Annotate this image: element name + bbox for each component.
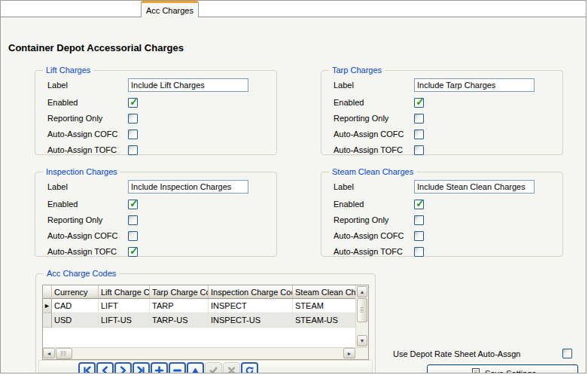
auto-assign-tofc-caption: Auto-Assign TOFC [334,145,414,154]
first-record-icon [82,366,92,374]
steam-enabled-checkbox[interactable] [414,200,424,209]
cell-steam-code[interactable]: STEAM-US [293,313,355,328]
nav-next-button[interactable] [114,362,132,373]
scroll-left-arrow-icon: ◄ [47,351,52,356]
label-field-caption: Label [334,81,414,90]
nav-last-button[interactable] [133,362,150,373]
use-depot-rate-sheet-checkbox[interactable] [562,349,572,358]
app-window: Acc Charges Container Depot Accessorial … [0,0,586,373]
post-edit-icon [209,366,218,374]
horizontal-scroll-thumb[interactable] [56,348,72,359]
current-row-indicator-cell: ► [43,299,52,313]
column-header-steam-clean-charge-code[interactable]: Steam Clean Char [293,285,355,299]
inspection-auto-assign-cofc-checkbox[interactable] [128,231,138,241]
tarp-auto-assign-tofc-checkbox[interactable] [414,145,424,155]
group-title: Steam Clean Charges [329,166,416,178]
refresh-records-icon [245,366,254,374]
cell-currency[interactable]: CAD [52,299,99,313]
group-lift-charges: Lift Charges Label Enabled Reporting Onl… [35,70,277,155]
lift-label-input[interactable] [128,78,248,92]
label-field-caption: Label [334,182,414,191]
cell-tarp-code[interactable]: TARP-US [150,313,209,328]
save-settings-button[interactable]: Save Settings [427,364,578,373]
inspection-reporting-only-checkbox[interactable] [128,215,138,225]
nav-post-button[interactable] [205,362,222,373]
enabled-caption: Enabled [334,200,414,209]
steam-reporting-only-checkbox[interactable] [414,215,424,225]
column-header-lift-charge-code[interactable]: Lift Charge Co [99,285,150,299]
nav-delete-button[interactable] [169,362,186,373]
last-record-icon [136,366,146,374]
scroll-left-button[interactable]: ◄ [43,348,55,358]
cell-tarp-code[interactable]: TARP [150,299,209,313]
save-settings-icon [469,367,481,374]
lift-auto-assign-cofc-checkbox[interactable] [128,130,138,139]
cancel-edit-icon [227,366,236,374]
tarp-reporting-only-checkbox[interactable] [414,114,424,123]
grid-table: Currency Lift Charge Co Tarp Charge Co I… [43,285,355,347]
steam-auto-assign-tofc-checkbox[interactable] [414,247,424,257]
nav-edit-button[interactable] [187,362,204,373]
scroll-down-button[interactable]: ▼ [357,335,367,346]
cell-inspection-code[interactable]: INSPECT-US [209,313,293,328]
column-header-tarp-charge-code[interactable]: Tarp Charge Co [150,285,209,299]
scroll-up-arrow-icon: ▲ [360,289,365,294]
auto-assign-cofc-caption: Auto-Assign COFC [334,231,414,240]
cell-steam-code[interactable]: STEAM [293,299,355,313]
label-field-caption: Label [47,182,128,191]
charge-codes-grid: Currency Lift Charge Co Tarp Charge Co I… [42,285,369,360]
nav-first-button[interactable] [78,362,96,373]
nav-cancel-button[interactable] [223,362,240,373]
column-header-inspection-charge-code[interactable]: Inspection Charge Cod [209,285,293,299]
auto-assign-cofc-caption: Auto-Assign COFC [47,231,128,240]
group-title: Inspection Charges [43,166,120,178]
steam-label-input[interactable] [414,180,535,194]
auto-assign-tofc-caption: Auto-Assign TOFC [334,247,414,256]
enabled-caption: Enabled [47,98,128,107]
grid-header-row: Currency Lift Charge Co Tarp Charge Co I… [43,285,355,299]
reporting-only-caption: Reporting Only [47,114,128,123]
vertical-scroll-thumb[interactable] [357,298,367,322]
tab-label: Acc Charges [146,6,193,15]
lift-reporting-only-checkbox[interactable] [128,114,138,123]
inspection-auto-assign-tofc-checkbox[interactable] [128,247,138,257]
group-tarp-charges: Tarp Charges Label Enabled Reporting Onl… [321,70,563,155]
auto-assign-cofc-caption: Auto-Assign COFC [47,130,128,139]
grid-horizontal-scrollbar[interactable]: ◄ ► [43,347,368,359]
nav-prior-button[interactable] [96,362,114,373]
use-depot-rate-sheet-label: Use Depot Rate Sheet Auto-Assgn [393,349,520,358]
cell-inspection-code[interactable]: INSPECT [209,299,293,313]
horizontal-scroll-track[interactable] [73,348,343,359]
row-indicator-cell [43,313,52,328]
tarp-enabled-checkbox[interactable] [414,98,424,108]
grid-row-usd[interactable]: USD LIFT-US TARP-US INSPECT-US STEAM-US [43,313,355,328]
tab-acc-charges[interactable]: Acc Charges [141,1,199,17]
inspection-label-input[interactable] [128,180,248,194]
group-title: Lift Charges [43,65,93,76]
tarp-label-input[interactable] [414,78,535,92]
scroll-up-button[interactable]: ▲ [357,286,367,297]
cell-lift-code[interactable]: LIFT [99,299,150,313]
grid-row-cad[interactable]: ► CAD LIFT TARP INSPECT STEAM [43,299,355,313]
steam-auto-assign-cofc-checkbox[interactable] [414,231,424,241]
vertical-scroll-track[interactable] [356,322,368,334]
lift-enabled-checkbox[interactable] [128,98,138,108]
nav-refresh-button[interactable] [241,362,258,373]
reporting-only-caption: Reporting Only [334,215,414,224]
db-navigator-panel [38,360,373,373]
auto-assign-tofc-caption: Auto-Assign TOFC [47,247,128,256]
lift-auto-assign-tofc-checkbox[interactable] [128,145,138,155]
grid-vertical-scrollbar[interactable]: ▲ ▼ [355,285,368,347]
scroll-right-button[interactable]: ► [343,348,355,358]
nav-insert-button[interactable] [151,362,168,373]
save-settings-label: Save Settings [485,369,536,374]
cell-currency[interactable]: USD [52,313,99,328]
column-header-currency[interactable]: Currency [52,285,99,299]
inspection-enabled-checkbox[interactable] [128,200,138,209]
cell-lift-code[interactable]: LIFT-US [99,313,150,328]
group-title: Acc Charge Codes [44,268,119,279]
label-field-caption: Label [47,81,128,90]
tarp-auto-assign-cofc-checkbox[interactable] [414,130,424,139]
grid-indicator-header [43,285,52,299]
page-title: Container Depot Accessorial Charges [8,42,184,53]
